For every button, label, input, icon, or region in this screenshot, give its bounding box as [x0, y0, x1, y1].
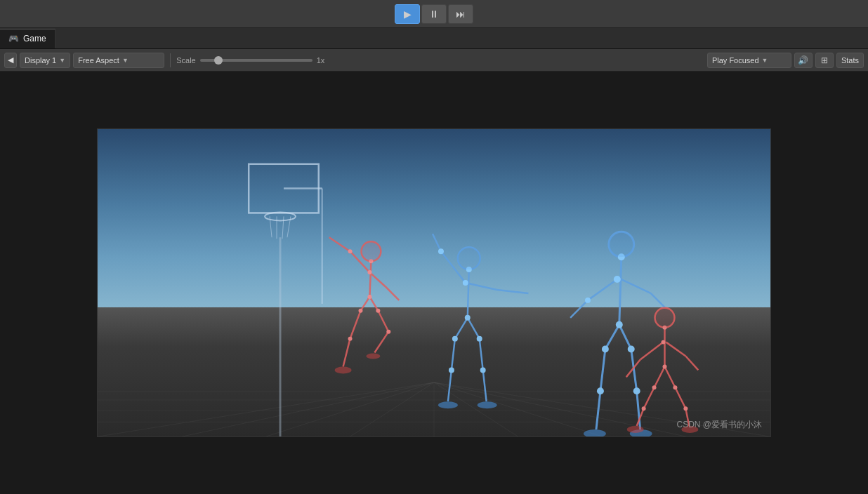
svg-point-103: [627, 426, 644, 433]
svg-point-43: [348, 249, 353, 253]
svg-point-40: [376, 309, 380, 313]
svg-point-44: [361, 241, 381, 261]
svg-line-32: [378, 311, 388, 332]
svg-point-67: [458, 247, 480, 269]
scale-slider-thumb[interactable]: [214, 56, 223, 65]
display-arrow-icon: ◀: [8, 55, 13, 65]
svg-line-31: [343, 339, 350, 367]
svg-point-35: [366, 354, 380, 359]
svg-point-64: [449, 367, 454, 373]
svg-line-69: [619, 257, 622, 325]
svg-line-93: [640, 342, 664, 360]
scale-container: Scale 1x: [176, 56, 439, 65]
svg-line-75: [619, 325, 631, 349]
svg-point-83: [614, 276, 621, 283]
toolbar-sep-1: [170, 53, 171, 67]
svg-point-89: [585, 298, 591, 303]
svg-line-52: [468, 318, 480, 339]
pause-button[interactable]: ⏸: [421, 4, 447, 24]
stats-label: Stats: [841, 56, 859, 65]
svg-point-61: [465, 315, 471, 321]
svg-point-39: [358, 309, 362, 313]
svg-point-57: [438, 401, 458, 408]
svg-line-70: [588, 279, 617, 300]
play-icon: ▶: [404, 8, 412, 20]
svg-line-51: [455, 318, 468, 339]
tab-bar: 🎮 Game: [0, 28, 868, 49]
svg-line-46: [468, 269, 469, 318]
display-dropdown-arrow: ▼: [59, 57, 65, 64]
svg-line-73: [651, 293, 665, 307]
svg-point-41: [348, 337, 353, 341]
play-focused-dropdown-arrow: ▼: [762, 57, 768, 64]
svg-point-34: [335, 366, 352, 373]
watermark: CSDN @爱看书的小沐: [676, 419, 762, 431]
step-icon: ⏭: [456, 8, 466, 20]
svg-point-88: [633, 387, 640, 394]
svg-point-66: [438, 248, 444, 254]
svg-line-76: [600, 349, 605, 392]
svg-point-90: [609, 232, 634, 257]
aspect-dropdown-arrow: ▼: [122, 57, 129, 64]
svg-line-101: [675, 387, 685, 408]
playback-bar: ▶ ⏸ ⏭: [0, 0, 868, 28]
play-button[interactable]: ▶: [395, 4, 420, 24]
toolbar: ◀ Display 1 ▼ Free Aspect ▼ Scale 1x Pla…: [0, 49, 868, 72]
game-tab-label: Game: [23, 34, 46, 44]
pause-icon: ⏸: [429, 8, 439, 20]
scale-label: Scale: [176, 56, 196, 65]
svg-line-72: [622, 279, 651, 293]
scale-slider[interactable]: [200, 59, 313, 62]
svg-line-28: [360, 297, 369, 311]
svg-point-108: [652, 385, 657, 389]
svg-point-84: [616, 321, 623, 328]
svg-point-110: [642, 406, 646, 410]
svg-line-50: [497, 290, 529, 293]
aspect-dropdown[interactable]: Free Aspect ▼: [73, 53, 164, 68]
svg-line-96: [685, 356, 698, 370]
mute-button[interactable]: 🔊: [794, 53, 813, 68]
svg-line-95: [666, 342, 685, 356]
layout-button[interactable]: ⊞: [815, 53, 834, 68]
display-label: Display 1: [25, 56, 56, 65]
svg-line-98: [665, 366, 676, 387]
svg-point-112: [655, 308, 675, 328]
svg-point-37: [367, 270, 371, 274]
svg-line-30: [350, 311, 361, 339]
svg-line-77: [596, 391, 600, 429]
display-menu-button[interactable]: ◀: [4, 53, 17, 68]
svg-point-87: [597, 387, 604, 394]
play-focused-label: Play Focused: [712, 56, 759, 65]
play-focused-dropdown[interactable]: Play Focused ▼: [707, 53, 791, 68]
svg-line-49: [466, 283, 497, 290]
game-tab[interactable]: 🎮 Game: [0, 29, 55, 48]
svg-line-56: [483, 370, 487, 401]
step-button[interactable]: ⏭: [448, 4, 473, 24]
layout-icon: ⊞: [821, 55, 828, 65]
main-content: CSDN @爱看书的小沐: [0, 72, 868, 494]
svg-line-27: [385, 286, 399, 300]
svg-line-54: [448, 370, 452, 401]
stats-button[interactable]: Stats: [836, 53, 864, 68]
svg-point-60: [463, 280, 468, 286]
svg-point-80: [584, 429, 606, 436]
aspect-label: Free Aspect: [78, 56, 119, 65]
mute-icon: 🔊: [798, 55, 808, 65]
svg-line-55: [480, 339, 483, 370]
svg-point-107: [663, 364, 667, 368]
figures-svg: [98, 129, 770, 436]
svg-line-53: [452, 339, 455, 370]
svg-line-25: [329, 237, 350, 251]
svg-point-86: [628, 346, 635, 353]
scale-value: 1x: [317, 56, 325, 65]
game-viewport: CSDN @爱看书的小沐: [97, 128, 771, 437]
svg-line-74: [605, 325, 619, 349]
svg-line-48: [433, 234, 441, 251]
svg-line-97: [655, 366, 665, 387]
svg-line-33: [374, 332, 388, 353]
svg-point-106: [662, 340, 666, 345]
display-dropdown[interactable]: Display 1 ▼: [20, 53, 70, 68]
svg-line-17: [282, 216, 284, 239]
svg-line-26: [369, 272, 385, 286]
svg-line-23: [369, 261, 371, 297]
